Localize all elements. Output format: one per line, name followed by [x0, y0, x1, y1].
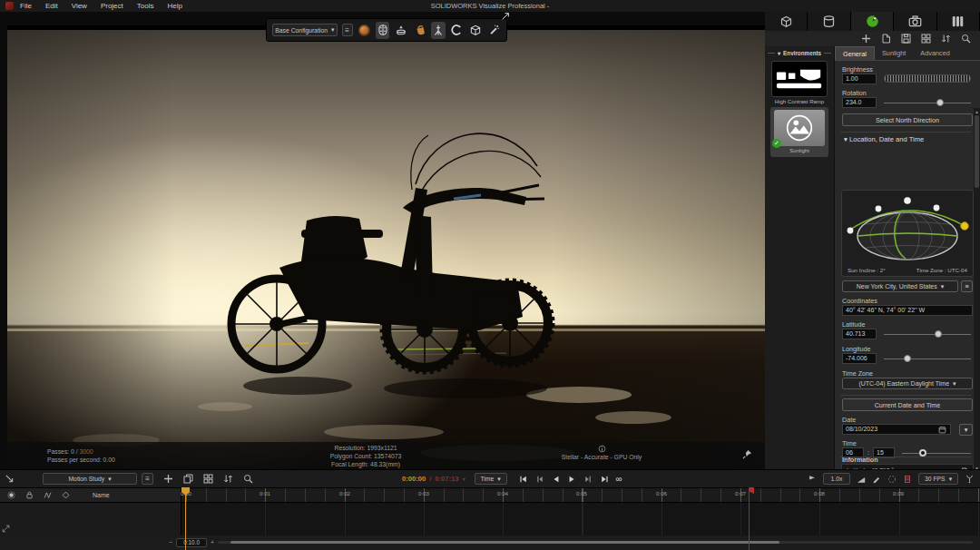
tab-appearances[interactable] [808, 12, 850, 31]
detach-arrow-icon[interactable] [501, 12, 510, 21]
city-dropdown[interactable]: New York City, United States ▾ [842, 280, 958, 292]
zoom-in-icon[interactable]: + [211, 539, 214, 545]
environment-item-sunlight[interactable]: ✓ Sunlight [770, 107, 828, 157]
current-date-time-button[interactable]: Current Date and Time [842, 398, 973, 411]
flag-icon[interactable] [808, 475, 817, 484]
turntable-button[interactable] [450, 22, 464, 39]
sort-icon[interactable] [223, 474, 233, 484]
skip-start-button[interactable] [518, 475, 528, 484]
appearance-bucket-button[interactable] [413, 22, 426, 39]
brightness-slider[interactable] [884, 74, 971, 83]
sun-position-widget[interactable]: Sun Incline : 2° Time Zone : UTC-04 [841, 190, 974, 277]
record-icon[interactable] [7, 491, 15, 499]
scrollbar-thumb[interactable] [975, 115, 979, 188]
slider-handle[interactable] [904, 355, 911, 362]
motion-study-dropdown[interactable]: Motion Study ▾ [43, 473, 137, 485]
tab-cameras[interactable] [894, 12, 936, 31]
environments-header[interactable]: ▾ Environments [765, 46, 834, 59]
location-section-header[interactable]: ▾ Location, Date and Time [844, 135, 924, 143]
play-reverse-button[interactable] [551, 475, 561, 484]
play-button[interactable] [567, 475, 577, 484]
lock-icon[interactable] [25, 491, 34, 499]
panel-scrollbar[interactable]: ▲ ▼ [974, 108, 980, 472]
step-forward-button[interactable] [583, 475, 593, 484]
chevron-down-icon: ▾ [953, 380, 956, 388]
grid-view-icon[interactable] [203, 474, 213, 484]
timezone-dropdown[interactable]: (UTC-04) Eastern Daylight Time ▾ [842, 378, 973, 389]
sort-icon[interactable] [941, 34, 951, 44]
brightness-input[interactable]: 1.00 [842, 74, 877, 84]
ai-denoiser-button[interactable] [376, 22, 389, 39]
spray-tool-button[interactable] [487, 22, 501, 39]
grid-view-icon[interactable] [921, 34, 931, 44]
speed-dropdown[interactable]: 1.0x [823, 473, 850, 485]
menu-help[interactable]: Help [167, 2, 181, 10]
slider-handle[interactable] [919, 449, 926, 457]
tab-environments[interactable] [851, 12, 894, 31]
time-mode-dropdown[interactable]: Time ▾ [475, 473, 507, 485]
tab-sunlight[interactable]: Sunlight [875, 46, 913, 60]
timeline-zoom-value[interactable]: 0:10.0 [176, 538, 207, 547]
menu-project[interactable]: Project [101, 2, 123, 10]
pin-icon[interactable] [742, 449, 752, 459]
tab-scenes[interactable] [937, 12, 980, 31]
calendar-icon[interactable] [938, 426, 946, 434]
loop-button[interactable]: ∞ [616, 475, 622, 484]
rotation-input[interactable]: 234.0 [842, 97, 877, 108]
alerts-icon[interactable] [965, 474, 975, 484]
latitude-slider[interactable] [884, 329, 971, 339]
playhead-line[interactable] [185, 487, 186, 550]
coordinate-axes-button[interactable] [431, 22, 445, 39]
pen-icon[interactable] [872, 475, 881, 484]
curves-icon[interactable] [44, 491, 52, 499]
render-viewport[interactable]: Passes: 0 / 3000 Passes per second: 0.00… [7, 25, 765, 469]
configuration-dropdown[interactable]: Base Configuration ▾ [272, 24, 338, 36]
new-file-icon[interactable] [881, 34, 891, 44]
tab-models[interactable] [765, 12, 808, 31]
slider-handle[interactable] [935, 330, 942, 338]
timeline-tracks[interactable] [0, 503, 980, 535]
motion-study-menu-button[interactable]: ≡ [142, 473, 153, 485]
environment-item-high-contrast-ramp[interactable]: High Contrast Ramp [770, 61, 828, 105]
slider-handle[interactable] [936, 99, 944, 106]
menu-tools[interactable]: Tools [137, 2, 154, 10]
longitude-input[interactable]: -74.006 [842, 353, 877, 364]
skip-end-button[interactable] [600, 475, 610, 484]
scroll-up-icon[interactable]: ▲ [974, 109, 980, 114]
render-mode-button[interactable] [358, 22, 371, 39]
timeline-scrollbar[interactable] [218, 541, 973, 544]
save-icon[interactable] [901, 34, 911, 44]
zoom-out-icon[interactable]: − [169, 539, 172, 545]
duplicate-icon[interactable] [183, 474, 193, 484]
add-icon[interactable] [861, 34, 871, 44]
search-icon[interactable] [961, 34, 971, 44]
latitude-input[interactable]: 40.713 [842, 329, 877, 339]
menu-file[interactable]: File [20, 2, 32, 10]
model-cube-button[interactable] [468, 22, 482, 39]
step-back-button[interactable] [534, 475, 544, 484]
render-queue-icon[interactable] [903, 475, 912, 484]
date-input[interactable]: 08/10/2023 [842, 424, 951, 435]
3d-print-button[interactable] [394, 22, 407, 39]
ghost-frame-icon[interactable] [887, 475, 897, 484]
add-icon[interactable] [163, 474, 173, 484]
configuration-menu-button[interactable]: ≡ [342, 24, 353, 36]
search-icon[interactable] [243, 474, 253, 484]
tab-general[interactable]: General [835, 46, 875, 60]
scrollbar-thumb[interactable] [230, 541, 779, 544]
menu-view[interactable]: View [72, 2, 87, 10]
menu-edit[interactable]: Edit [45, 2, 58, 10]
longitude-slider[interactable] [884, 353, 971, 364]
chevron-down-icon[interactable]: ▾ [463, 476, 466, 482]
select-north-direction-button[interactable]: Select North Direction [842, 113, 973, 126]
timeline-ruler[interactable]: 0:00 0:01 0:02 0:03 0:04 0:05 0:06 0:07 … [181, 488, 980, 502]
tab-advanced[interactable]: Advanced [913, 46, 956, 60]
date-dropdown-button[interactable]: ▾ [959, 424, 973, 436]
ramp-icon[interactable] [857, 475, 866, 484]
fps-dropdown[interactable]: 30 FPS ▾ [918, 473, 958, 485]
keyframe-icon[interactable] [62, 491, 70, 499]
rotation-slider[interactable] [884, 97, 971, 108]
select-arrow-icon[interactable] [5, 474, 15, 484]
city-menu-button[interactable]: ≡ [961, 280, 973, 292]
resize-handle-icon[interactable] [2, 525, 10, 533]
